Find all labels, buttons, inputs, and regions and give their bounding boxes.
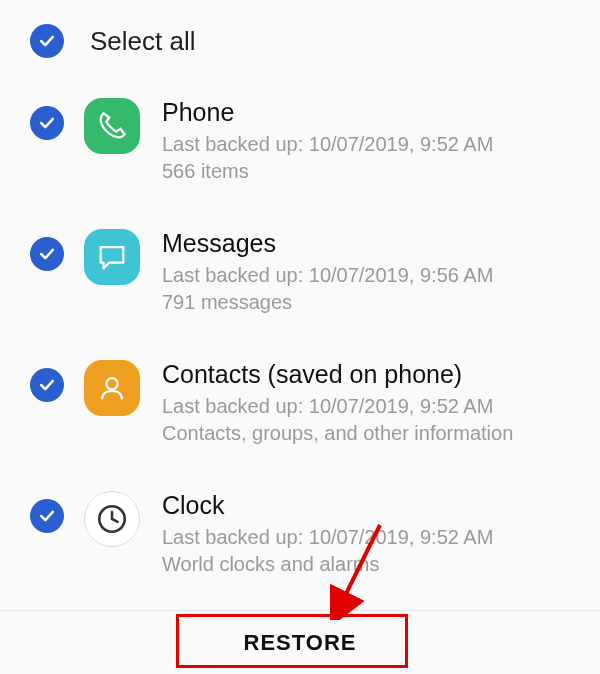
select-all-label: Select all bbox=[90, 26, 196, 57]
item-backup-time: Last backed up: 10/07/2019, 9:52 AM bbox=[162, 524, 574, 551]
item-text: Contacts (saved on phone) Last backed up… bbox=[162, 360, 574, 447]
item-checkbox-messages[interactable] bbox=[30, 237, 64, 271]
item-detail: 791 messages bbox=[162, 289, 574, 316]
item-detail: Contacts, groups, and other information bbox=[162, 420, 574, 447]
list-item[interactable]: Contacts (saved on phone) Last backed up… bbox=[0, 338, 600, 469]
item-checkbox-clock[interactable] bbox=[30, 499, 64, 533]
item-title: Phone bbox=[162, 98, 574, 127]
select-all-row[interactable]: Select all bbox=[0, 0, 600, 76]
item-title: Clock bbox=[162, 491, 574, 520]
item-backup-time: Last backed up: 10/07/2019, 9:56 AM bbox=[162, 262, 574, 289]
item-checkbox-contacts[interactable] bbox=[30, 368, 64, 402]
item-text: Messages Last backed up: 10/07/2019, 9:5… bbox=[162, 229, 574, 316]
item-title: Messages bbox=[162, 229, 574, 258]
item-backup-time: Last backed up: 10/07/2019, 9:52 AM bbox=[162, 131, 574, 158]
item-title: Contacts (saved on phone) bbox=[162, 360, 574, 389]
footer-bar: RESTORE bbox=[0, 610, 600, 674]
svg-point-0 bbox=[106, 378, 117, 389]
check-icon bbox=[37, 375, 57, 395]
restore-button[interactable]: RESTORE bbox=[204, 618, 397, 668]
backup-items-list: Phone Last backed up: 10/07/2019, 9:52 A… bbox=[0, 76, 600, 610]
list-item[interactable]: Clock Last backed up: 10/07/2019, 9:52 A… bbox=[0, 469, 600, 600]
item-detail: World clocks and alarms bbox=[162, 551, 574, 578]
messages-icon bbox=[84, 229, 140, 285]
item-backup-time: Last backed up: 10/07/2019, 9:52 AM bbox=[162, 393, 574, 420]
restore-screen: Select all Phone Last backed up: 10/07/2… bbox=[0, 0, 600, 674]
clock-icon bbox=[84, 491, 140, 547]
check-icon bbox=[37, 244, 57, 264]
check-icon bbox=[37, 113, 57, 133]
item-text: Clock Last backed up: 10/07/2019, 9:52 A… bbox=[162, 491, 574, 578]
contacts-icon bbox=[84, 360, 140, 416]
item-detail: 566 items bbox=[162, 158, 574, 185]
list-item[interactable]: Messages Last backed up: 10/07/2019, 9:5… bbox=[0, 207, 600, 338]
item-checkbox-phone[interactable] bbox=[30, 106, 64, 140]
check-icon bbox=[37, 31, 57, 51]
check-icon bbox=[37, 506, 57, 526]
select-all-checkbox[interactable] bbox=[30, 24, 64, 58]
phone-icon bbox=[84, 98, 140, 154]
list-item[interactable]: Phone Last backed up: 10/07/2019, 9:52 A… bbox=[0, 76, 600, 207]
item-text: Phone Last backed up: 10/07/2019, 9:52 A… bbox=[162, 98, 574, 185]
